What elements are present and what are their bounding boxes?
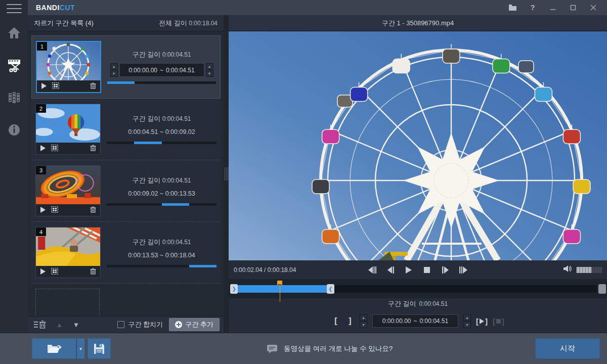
segment-2-thumbnail[interactable]: 2 xyxy=(35,104,101,155)
open-file-button[interactable] xyxy=(32,338,76,359)
segment-list: 1 xyxy=(28,31,224,316)
end-time-stepper[interactable]: ▲▼ xyxy=(463,314,471,328)
segment-range-field[interactable]: 0:00:00.00~0:00:04.51 xyxy=(119,63,204,77)
video-preview[interactable] xyxy=(229,31,607,260)
start-time-stepper[interactable]: ▲▼ xyxy=(110,63,118,77)
next-segment-placeholder xyxy=(35,289,100,316)
segment-position-bar xyxy=(107,142,216,144)
playback-position: 0:00:02.04 / 0:00:18.04 xyxy=(234,266,327,274)
maximize-button[interactable] xyxy=(567,3,580,13)
playback-bar: 0:00:02.04 / 0:00:18.04 xyxy=(229,260,607,279)
play-segment-button[interactable]: [ ] xyxy=(476,317,488,326)
stop-segment-button[interactable]: [ ] xyxy=(493,317,504,326)
thumb-frames-icon[interactable] xyxy=(51,267,71,277)
open-file-icon[interactable] xyxy=(506,3,519,13)
thumb-play-icon[interactable] xyxy=(40,267,51,277)
segment-length: 구간 길이 0:00:04.51 xyxy=(133,238,191,247)
tip-text: 동영상을 여러 개로 나눌 수 있나요? xyxy=(284,344,393,353)
cut-tab-icon[interactable] xyxy=(7,58,22,73)
add-segment-button[interactable]: 구간 추가 xyxy=(169,318,220,331)
selection-end-handle[interactable]: ❮ xyxy=(327,284,334,294)
segment-position-bar xyxy=(107,81,216,84)
open-folder-icon xyxy=(47,343,62,355)
segment-length: 구간 길이 0:00:04.51 xyxy=(133,114,191,123)
start-button[interactable]: 시작 xyxy=(535,338,600,359)
segment-item-4[interactable]: 4 xyxy=(31,222,221,284)
cut-list-panel: 자르기 구간 목록 (4) 전체 길이 0:00:18.04 1 xyxy=(28,15,224,333)
end-time-stepper[interactable]: ▲▼ xyxy=(206,63,213,77)
bottom-bar: ▾ 동영상을 여러 개로 나눌 수 있나요? 시작 xyxy=(0,333,607,364)
timeline-right-handle[interactable] xyxy=(598,284,606,294)
merge-checkbox-group[interactable]: 구간 합치기 xyxy=(117,320,163,329)
move-down-icon[interactable]: ▼ xyxy=(73,321,79,329)
thumb-play-icon[interactable] xyxy=(41,82,52,91)
speaker-icon[interactable] xyxy=(563,265,573,275)
current-segment-length: 구간 길이 0:00:04.51 xyxy=(229,298,607,309)
menu-icon[interactable] xyxy=(7,4,22,13)
current-range-field[interactable]: 0:00:00.00~0:00:04.51 xyxy=(372,314,458,328)
timeline-track[interactable]: ❯ ❮ xyxy=(233,285,597,293)
list-toolbar: ▲ ▼ 구간 합치기 구간 추가 xyxy=(28,316,224,333)
segment-position-bar xyxy=(107,203,216,206)
save-disk-icon xyxy=(94,343,105,354)
thumb-delete-icon[interactable] xyxy=(90,206,96,215)
segment-length: 구간 길이 0:00:04.51 xyxy=(133,176,191,185)
selection-start-handle[interactable]: ❯ xyxy=(230,284,238,294)
tip[interactable]: 동영상을 여러 개로 나눌 수 있나요? xyxy=(267,333,393,364)
segment-length: 구간 길이 0:00:04.51 xyxy=(133,50,191,59)
segment-position-bar xyxy=(107,265,216,267)
thumb-frames-icon[interactable] xyxy=(51,144,71,153)
segment-item-2[interactable]: 2 xyxy=(31,99,221,160)
open-dropdown-button[interactable]: ▾ xyxy=(76,338,85,359)
thumb-frames-icon[interactable] xyxy=(52,82,72,91)
set-end-button[interactable]: ] xyxy=(345,316,355,326)
segment-number-badge: 1 xyxy=(37,42,47,51)
step-back-icon[interactable] xyxy=(385,265,396,275)
cut-list-title: 자르기 구간 목록 (4) xyxy=(34,19,94,28)
help-button[interactable]: ? xyxy=(526,3,539,13)
player-panel: 구간 1 - 350896790.mp4 xyxy=(229,15,607,333)
sidebar: ⚙ xyxy=(0,0,28,364)
thumb-delete-icon[interactable] xyxy=(90,144,96,153)
merge-checkbox[interactable] xyxy=(117,321,124,328)
info-icon[interactable] xyxy=(7,122,22,138)
timeline-row: ❯ ❮ xyxy=(229,279,607,298)
thumb-play-icon[interactable] xyxy=(40,206,51,215)
segment-number-badge: 4 xyxy=(36,228,46,236)
volume-slider[interactable] xyxy=(577,267,602,273)
app-logo: BANDICUT xyxy=(36,4,75,12)
titlebar: BANDICUT ? xyxy=(28,0,607,15)
bandicut-window: ⚙ BANDICUT ? 자르기 구간 목록 (4) 전체 xyxy=(0,0,607,364)
clear-list-icon[interactable] xyxy=(34,321,46,329)
play-icon[interactable] xyxy=(404,265,414,275)
thumb-delete-icon[interactable] xyxy=(90,82,96,91)
thumb-play-icon[interactable] xyxy=(40,144,51,153)
join-tab-icon[interactable] xyxy=(7,90,22,105)
segment-range: 0:00:09.02 ~ 0:00:13.53 xyxy=(128,190,195,197)
thumb-delete-icon[interactable] xyxy=(90,267,96,277)
stop-icon[interactable] xyxy=(422,265,432,275)
start-time-stepper[interactable]: ▲▼ xyxy=(360,314,367,328)
segment-edit-controls: [ ] ▲▼ 0:00:00.00~0:00:04.51 ▲▼ [ ] [ ] xyxy=(229,309,607,333)
plus-circle-icon xyxy=(175,321,182,328)
set-start-button[interactable]: [ xyxy=(331,316,340,326)
close-button[interactable] xyxy=(587,3,600,13)
minimize-button[interactable] xyxy=(546,3,559,13)
segment-1-thumbnail[interactable]: 1 xyxy=(36,41,101,93)
panel-resizer[interactable] xyxy=(224,15,229,333)
seek-start-icon[interactable] xyxy=(367,265,377,275)
timeline-selection[interactable]: ❯ ❮ xyxy=(234,285,330,293)
save-button[interactable] xyxy=(88,338,111,359)
segment-number-badge: 3 xyxy=(36,166,46,174)
step-forward-icon[interactable] xyxy=(440,265,450,275)
segment-4-thumbnail[interactable]: 4 xyxy=(35,227,101,278)
total-length: 전체 길이 0:00:18.04 xyxy=(159,19,218,28)
thumb-frames-icon[interactable] xyxy=(51,206,71,215)
video-title: 구간 1 - 350896790.mp4 xyxy=(229,15,607,31)
move-up-icon[interactable]: ▲ xyxy=(56,321,63,329)
segment-3-thumbnail[interactable]: 3 xyxy=(35,165,101,216)
segment-item-1[interactable]: 1 xyxy=(31,35,221,99)
segment-item-3[interactable]: 3 xyxy=(31,160,221,222)
seek-end-icon[interactable] xyxy=(458,265,468,275)
home-icon[interactable] xyxy=(7,25,22,40)
